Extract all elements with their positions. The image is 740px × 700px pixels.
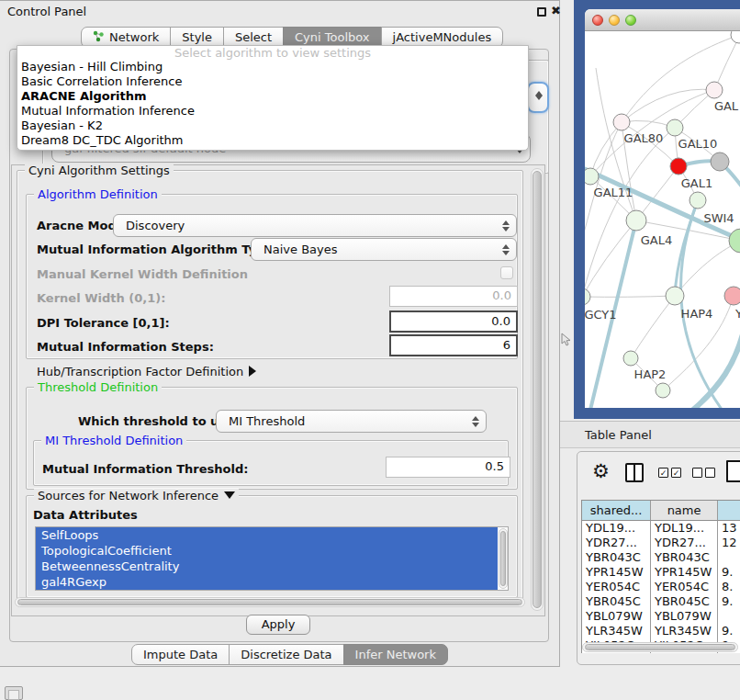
network-node-gcy1[interactable] xyxy=(585,288,590,305)
dropdown-item[interactable]: Dream8 DC_TDC Algorithm xyxy=(17,133,528,148)
settings-horizontal-scrollbar[interactable] xyxy=(15,597,525,607)
table-cell: YBR043C xyxy=(651,550,718,565)
mi-threshold-field[interactable]: 0.5 xyxy=(386,457,510,478)
table-row[interactable]: YBL079WYBL079W xyxy=(582,609,740,624)
network-node-gal1[interactable] xyxy=(670,158,687,175)
network-canvas[interactable]: GALGAL80GAL10GAL1GAL11SWI4GAL4GCY1HAP4YH… xyxy=(585,31,740,408)
table-cell: YBL079W xyxy=(651,609,718,624)
table-cell: YLR345W xyxy=(582,624,651,638)
column-header[interactable]: name xyxy=(651,501,718,521)
table-cell: YBR043C xyxy=(582,550,651,565)
tab-discretize-data[interactable]: Discretize Data xyxy=(229,644,343,665)
network-node-y[interactable] xyxy=(724,287,740,305)
screen: Control Panel ✖ Network Style Select xyxy=(0,0,740,700)
settings-vertical-scrollbar[interactable] xyxy=(531,168,544,611)
table-row[interactable]: YDL19...YDL19...13 xyxy=(582,521,740,536)
network-node-swi4[interactable] xyxy=(690,192,706,209)
network-node-gal4[interactable] xyxy=(626,210,646,231)
aracne-mode-combo[interactable]: Discovery xyxy=(113,214,517,237)
kernel-width-field[interactable]: 0.0 xyxy=(389,286,518,307)
table-cell: YBR045C xyxy=(582,594,651,609)
close-traffic-icon[interactable] xyxy=(592,15,603,26)
network-node-gal11[interactable] xyxy=(585,168,599,185)
table-row[interactable]: YLR345WYLR345W9. xyxy=(582,624,740,638)
table-cell: YDL19... xyxy=(651,521,718,536)
network-node[interactable] xyxy=(656,383,670,398)
attribute-list-item[interactable]: BetweennessCentrality xyxy=(36,559,498,574)
mi-type-combo[interactable]: Naive Bayes xyxy=(251,238,517,261)
algorithm-combo-spinner[interactable] xyxy=(527,82,549,113)
attribute-list-item[interactable]: gal4RGexp xyxy=(36,574,498,590)
mi-threshold-label: Mutual Information Threshold: xyxy=(42,462,248,476)
dropdown-item[interactable]: Basic Correlation Inference xyxy=(17,74,528,89)
hub-section-toggle[interactable]: Hub/Transcription Factor Definition xyxy=(37,365,256,378)
dropdown-item[interactable]: Bayesian - Hill Climbing xyxy=(17,60,528,74)
table-cell: 13 xyxy=(718,521,740,536)
table-row[interactable]: YBR045CYBR045C9. xyxy=(582,594,740,609)
float-window-icon[interactable] xyxy=(537,7,546,17)
dropdown-prompt: Select algorithm to view settings xyxy=(17,46,528,60)
tab-label: Select xyxy=(235,30,272,44)
table-row[interactable]: YPR145WYPR145W9. xyxy=(582,565,740,580)
dropdown-item[interactable]: Mutual Information Inference xyxy=(17,104,528,119)
control-panel-window: Control Panel ✖ Network Style Select xyxy=(0,0,560,667)
network-node[interactable] xyxy=(731,31,740,43)
mi-steps-label: Mutual Information Steps: xyxy=(37,340,214,354)
network-node[interactable] xyxy=(711,152,729,171)
apply-button[interactable]: Apply xyxy=(246,615,310,635)
attribute-list-item[interactable]: SelfLoops xyxy=(36,527,498,543)
network-edge-thick[interactable] xyxy=(585,169,740,241)
expanded-arrow-icon xyxy=(224,491,235,499)
which-threshold-combo[interactable]: MI Threshold xyxy=(216,410,487,433)
select-all-icon[interactable]: ✓✓ xyxy=(658,468,681,478)
network-edge[interactable] xyxy=(714,37,739,90)
collapsed-arrow-icon xyxy=(249,366,256,377)
table-row[interactable]: YER054CYER054C8. xyxy=(582,580,740,594)
mouse-cursor xyxy=(561,333,571,349)
network-node-gal80[interactable] xyxy=(613,114,630,130)
dpi-tolerance-field[interactable]: 0.0 xyxy=(389,310,518,333)
column-header[interactable] xyxy=(718,501,740,521)
zoom-traffic-icon[interactable] xyxy=(625,15,636,26)
mi-steps-field[interactable]: 6 xyxy=(389,334,518,356)
deselect-all-icon[interactable] xyxy=(692,468,715,478)
network-node-hap2[interactable] xyxy=(623,351,638,366)
tab-impute-data[interactable]: Impute Data xyxy=(131,644,230,665)
network-node-gal[interactable] xyxy=(706,82,723,98)
attributes-list-scrollbar[interactable] xyxy=(499,528,508,589)
table-cell: 9. xyxy=(718,565,740,580)
sources-title[interactable]: Sources for Network Inference xyxy=(34,489,239,502)
network-edge[interactable] xyxy=(585,296,675,297)
network-node-gal10[interactable] xyxy=(667,119,683,136)
data-attributes-list[interactable]: SelfLoopsTopologicalCoefficientBetweenne… xyxy=(35,526,509,591)
node-table[interactable]: shared...nameYDL19...YDL19...13YDR27...Y… xyxy=(581,500,740,653)
tab-label: Style xyxy=(182,30,212,44)
attribute-list-item[interactable]: TopologicalCoefficient xyxy=(36,543,498,559)
gear-icon[interactable]: ⚙ xyxy=(592,461,610,481)
table-row[interactable]: YDR27...YDR27...12 xyxy=(582,536,740,550)
table-panel-bar: Table Panel xyxy=(560,421,740,448)
dropdown-item[interactable]: ARACNE Algorithm xyxy=(17,89,528,104)
dpi-tolerance-label: DPI Tolerance [0,1]: xyxy=(37,316,170,330)
network-node-hap4[interactable] xyxy=(666,287,684,305)
network-node[interactable] xyxy=(729,229,740,253)
document-icon[interactable] xyxy=(726,460,740,482)
network-node-label: GAL4 xyxy=(641,233,672,247)
hub-section-label: Hub/Transcription Factor Definition xyxy=(37,365,243,378)
table-cell: YPR145W xyxy=(582,565,651,580)
dropdown-item[interactable]: Bayesian - K2 xyxy=(17,119,528,133)
network-node-label: GAL11 xyxy=(594,186,633,199)
table-horizontal-scrollbar[interactable] xyxy=(582,642,738,652)
network-edge[interactable] xyxy=(622,89,714,122)
tab-infer-network[interactable]: Infer Network xyxy=(343,644,448,665)
table-cell: 8. xyxy=(718,580,740,594)
network-window-titlebar[interactable] xyxy=(585,9,740,31)
collapsed-panel-icon[interactable] xyxy=(5,686,23,700)
column-header[interactable]: shared... xyxy=(582,501,651,521)
split-columns-icon[interactable] xyxy=(625,463,644,482)
manual-kernel-checkbox[interactable] xyxy=(500,266,513,279)
minimize-traffic-icon[interactable] xyxy=(609,15,620,26)
network-edge[interactable] xyxy=(631,296,675,358)
close-icon[interactable]: ✖ xyxy=(551,4,561,17)
table-row[interactable]: YBR043CYBR043C xyxy=(582,550,740,565)
